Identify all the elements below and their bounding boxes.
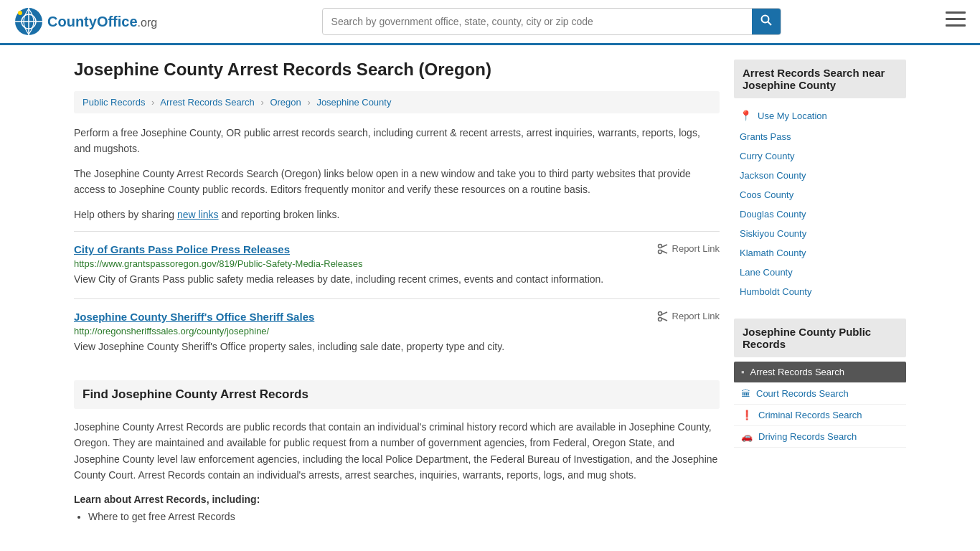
sidebar-link-grants-pass[interactable]: Grants Pass xyxy=(734,127,906,146)
svg-point-11 xyxy=(658,250,661,253)
sidebar-link-klamath-county-label: Klamath County xyxy=(740,248,806,258)
pr-link-court-records-label: Court Records Search xyxy=(756,388,849,399)
logo: CountyOffice.org xyxy=(14,7,157,36)
find-section-title: Find Josephine County Arrest Records xyxy=(83,387,711,402)
sidebar-link-lane-county-label: Lane County xyxy=(740,267,793,278)
pr-link-court-records[interactable]: 🏛 Court Records Search xyxy=(734,383,906,405)
sidebar-link-siskiyou-county[interactable]: Siskiyou County xyxy=(734,224,906,243)
svg-point-15 xyxy=(658,317,661,321)
breadcrumb-sep-2: › xyxy=(260,97,263,108)
sidebar-link-klamath-county[interactable]: Klamath County xyxy=(734,243,906,263)
pr-link-driving-records[interactable]: 🚗 Driving Records Search xyxy=(734,426,906,448)
breadcrumb: Public Records › Arrest Records Search ›… xyxy=(74,91,720,113)
breadcrumb-sep-1: › xyxy=(151,97,154,108)
learn-list: Where to get free Arrest Records xyxy=(74,511,720,522)
sidebar: Arrest Records Search near Josephine Cou… xyxy=(734,60,906,525)
resource-url-1: https://www.grantspassoregon.gov/819/Pub… xyxy=(74,258,720,269)
sidebar-link-douglas-county-label: Douglas County xyxy=(740,209,806,220)
sidebar-link-humboldt-county-label: Humboldt County xyxy=(740,286,811,297)
page-title: Josephine County Arrest Records Search (… xyxy=(74,60,720,80)
sidebar-link-coos-county[interactable]: Coos County xyxy=(734,185,906,204)
pr-link-criminal-records[interactable]: ❗ Criminal Records Search xyxy=(734,405,906,426)
hamburger-menu[interactable] xyxy=(946,11,966,32)
breadcrumb-oregon[interactable]: Oregon xyxy=(270,97,301,108)
search-area xyxy=(322,8,781,35)
report-link-label-2: Report Link xyxy=(672,311,720,321)
resource-title-2[interactable]: Josephine County Sheriff's Office Sherif… xyxy=(74,311,314,323)
use-location-label: Use My Location xyxy=(758,110,827,121)
resource-title-1[interactable]: City of Grants Pass Police Press Release… xyxy=(74,243,290,255)
search-icon xyxy=(760,14,772,26)
driving-records-icon: 🚗 xyxy=(741,431,753,442)
find-section-body: Josephine County Arrest Records are publ… xyxy=(74,419,720,484)
report-link-label-1: Report Link xyxy=(672,243,720,254)
svg-rect-7 xyxy=(946,11,966,14)
svg-rect-8 xyxy=(946,18,966,20)
logo-icon xyxy=(14,7,43,36)
sidebar-link-jackson-county[interactable]: Jackson County xyxy=(734,166,906,185)
sidebar-link-coos-county-label: Coos County xyxy=(740,189,793,200)
report-link-2[interactable]: Report Link xyxy=(657,311,720,322)
svg-point-14 xyxy=(658,311,661,315)
logo-text: CountyOffice.org xyxy=(47,14,157,30)
sidebar-link-douglas-county[interactable]: Douglas County xyxy=(734,204,906,224)
criminal-records-icon: ❗ xyxy=(741,410,753,420)
report-link-1[interactable]: Report Link xyxy=(657,243,720,255)
description-para3: Help others by sharing new links and rep… xyxy=(74,207,720,222)
breadcrumb-sep-3: › xyxy=(307,97,310,108)
breadcrumb-josephine-county[interactable]: Josephine County xyxy=(316,97,391,108)
learn-title: Learn about Arrest Records, including: xyxy=(74,494,720,505)
pr-link-arrest-records[interactable]: ▪ Arrest Records Search xyxy=(734,362,906,383)
svg-line-6 xyxy=(768,22,771,26)
search-input[interactable] xyxy=(323,10,752,33)
new-links-link[interactable]: new links xyxy=(177,209,219,220)
description-para3-suffix: and reporting broken links. xyxy=(219,209,340,220)
resource-desc-2: View Josephine County Sheriff's Office p… xyxy=(74,339,720,354)
find-section-header: Find Josephine County Arrest Records xyxy=(74,380,720,409)
sidebar-link-lane-county[interactable]: Lane County xyxy=(734,263,906,282)
resource-item-1: City of Grants Pass Police Press Release… xyxy=(74,231,720,298)
hamburger-icon xyxy=(946,11,966,27)
main-container: Josephine County Arrest Records Search (… xyxy=(60,45,920,540)
resource-url-2: http://oregonsheriffssales.org/county/jo… xyxy=(74,326,720,336)
court-records-icon: 🏛 xyxy=(741,388,750,399)
scissors-icon-2 xyxy=(657,311,669,322)
pr-link-driving-records-label: Driving Records Search xyxy=(758,431,857,442)
sidebar-nearby-links: 📍 Use My Location Grants Pass Curry Coun… xyxy=(734,100,906,307)
resource-item-2: Josephine County Sheriff's Office Sherif… xyxy=(74,298,720,366)
description-para2: The Josephine County Arrest Records Sear… xyxy=(74,166,720,198)
sidebar-link-curry-county-label: Curry County xyxy=(740,151,795,161)
use-location-link[interactable]: 📍 Use My Location xyxy=(734,105,906,126)
svg-point-10 xyxy=(658,244,661,248)
sidebar-public-records-title: Josephine County Public Records xyxy=(734,319,906,357)
search-box xyxy=(322,8,781,35)
resource-header-1: City of Grants Pass Police Press Release… xyxy=(74,243,720,255)
sidebar-link-curry-county[interactable]: Curry County xyxy=(734,146,906,166)
svg-rect-9 xyxy=(946,24,966,27)
sidebar-link-humboldt-county[interactable]: Humboldt County xyxy=(734,282,906,301)
description-para1: Perform a free Josephine County, OR publ… xyxy=(74,125,720,157)
header: CountyOffice.org xyxy=(0,0,980,45)
svg-point-4 xyxy=(18,11,22,15)
description-para3-prefix: Help others by sharing xyxy=(74,209,177,220)
breadcrumb-public-records[interactable]: Public Records xyxy=(83,97,145,108)
location-dot-icon: 📍 xyxy=(740,110,752,121)
search-button[interactable] xyxy=(752,9,781,34)
sidebar-link-siskiyou-county-label: Siskiyou County xyxy=(740,228,806,239)
arrest-records-icon: ▪ xyxy=(741,367,745,377)
main-content: Josephine County Arrest Records Search (… xyxy=(74,60,720,525)
breadcrumb-arrest-records[interactable]: Arrest Records Search xyxy=(160,97,255,108)
resource-header-2: Josephine County Sheriff's Office Sherif… xyxy=(74,311,720,323)
pr-link-arrest-records-label: Arrest Records Search xyxy=(750,367,845,377)
public-records-links: ▪ Arrest Records Search 🏛 Court Records … xyxy=(734,359,906,451)
resource-desc-1: View City of Grants Pass public safety m… xyxy=(74,272,720,287)
pr-link-criminal-records-label: Criminal Records Search xyxy=(758,410,862,420)
sidebar-link-jackson-county-label: Jackson County xyxy=(740,170,806,181)
sidebar-nearby-title: Arrest Records Search near Josephine Cou… xyxy=(734,60,906,98)
sidebar-link-grants-pass-label: Grants Pass xyxy=(740,131,791,142)
svg-point-5 xyxy=(761,16,768,23)
scissors-icon-1 xyxy=(657,243,669,255)
learn-item-1: Where to get free Arrest Records xyxy=(88,511,720,522)
